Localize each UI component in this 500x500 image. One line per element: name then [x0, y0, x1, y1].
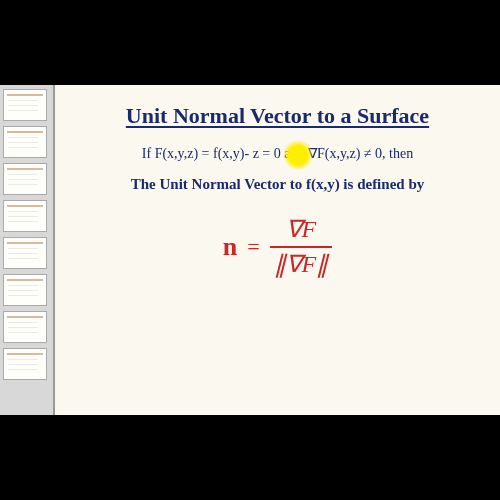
slide-thumb[interactable]: [3, 237, 47, 269]
formula-denominator: ‖∇F‖: [270, 248, 333, 279]
slide-content: Unit Normal Vector to a Surface If F(x,y…: [55, 85, 500, 415]
presentation-viewer: Unit Normal Vector to a Surface If F(x,y…: [0, 85, 500, 415]
slide-title: Unit Normal Vector to a Surface: [126, 103, 429, 129]
slide-thumb[interactable]: [3, 311, 47, 343]
formula-lhs: n: [223, 232, 237, 262]
slide-thumb[interactable]: [3, 126, 47, 158]
formula-eq: =: [247, 234, 259, 260]
condition-text: If F(x,y,z) = f(x,y)- z = 0 and ∇F(x,y,z…: [142, 145, 413, 162]
formula-numerator: ∇F: [280, 215, 323, 246]
slide-thumb[interactable]: [3, 89, 47, 121]
formula-fraction: ∇F ‖∇F‖: [270, 215, 333, 279]
slide-thumb[interactable]: [3, 163, 47, 195]
slide-thumb[interactable]: [3, 274, 47, 306]
thumbnail-pane[interactable]: [0, 85, 55, 415]
slide-thumb[interactable]: [3, 348, 47, 380]
slide-thumb[interactable]: [3, 200, 47, 232]
formula: n = ∇F ‖∇F‖: [223, 215, 333, 279]
definition-text: The Unit Normal Vector to f(x,y) is defi…: [131, 176, 424, 193]
